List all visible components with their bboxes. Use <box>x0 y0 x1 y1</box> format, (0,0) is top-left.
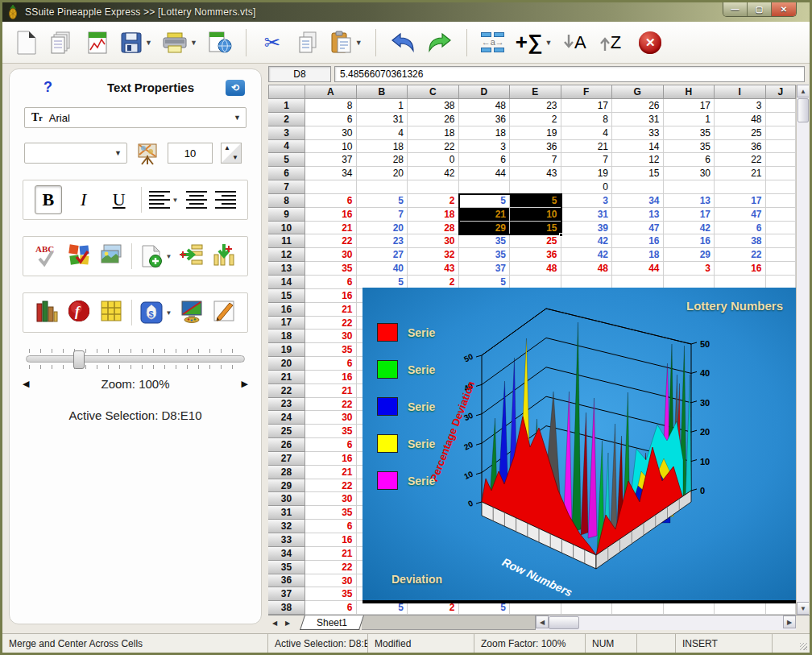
cell-F5[interactable]: 7 <box>561 153 613 167</box>
cell-D7[interactable] <box>459 180 511 194</box>
column-header[interactable]: F <box>561 85 613 99</box>
copy-pages-button[interactable] <box>46 26 78 60</box>
cell-A10[interactable]: 21 <box>305 222 357 235</box>
row-header[interactable]: 27 <box>268 452 305 466</box>
underline-button[interactable]: U <box>106 185 133 214</box>
stepper-down-icon[interactable]: ▼ <box>232 155 238 161</box>
cell-I9[interactable]: 47 <box>715 208 766 222</box>
exit-button[interactable]: ✕ <box>634 26 666 60</box>
cell-A13[interactable]: 35 <box>305 262 357 276</box>
tab-scroll-right-icon[interactable]: ▶ <box>281 616 294 630</box>
tab-scroll-left-icon[interactable]: ◀ <box>268 616 281 630</box>
cell-G12[interactable]: 18 <box>612 248 664 262</box>
cell-A37[interactable]: 35 <box>305 587 357 601</box>
cell-B10[interactable]: 20 <box>357 222 408 235</box>
cell-E12[interactable]: 36 <box>510 248 561 262</box>
cell-J1[interactable] <box>766 99 797 113</box>
row-header[interactable]: 18 <box>268 330 305 343</box>
title-bar[interactable]: SSuite Pineapple Express >> [Lottery Nom… <box>2 2 810 22</box>
save-dropdown-arrow[interactable]: ▼ <box>145 39 152 47</box>
cell-H5[interactable]: 6 <box>664 153 715 167</box>
zoom-out-arrow-icon[interactable]: ◀ <box>23 379 29 389</box>
grid-corner[interactable] <box>268 85 305 99</box>
cell-I7[interactable] <box>715 180 766 194</box>
cell-J5[interactable] <box>766 153 797 167</box>
cell-A23[interactable]: 22 <box>305 398 357 412</box>
cell-J2[interactable] <box>766 113 797 126</box>
row-header[interactable]: 29 <box>268 479 305 493</box>
row-header[interactable]: 9 <box>268 208 305 222</box>
cell-A16[interactable]: 21 <box>305 303 357 317</box>
row-header[interactable]: 21 <box>268 371 305 384</box>
cell-I11[interactable]: 38 <box>715 234 766 248</box>
row-header[interactable]: 8 <box>268 194 305 208</box>
vertical-scrollbar[interactable]: ▲ ▼ <box>796 85 809 615</box>
cell-A5[interactable]: 37 <box>305 153 357 167</box>
cell-A33[interactable]: 16 <box>305 533 357 547</box>
cell-G13[interactable]: 44 <box>612 262 664 276</box>
paste-button[interactable]: ▼ <box>327 26 366 60</box>
scroll-up-icon[interactable]: ▲ <box>797 85 809 97</box>
lottery-chart[interactable]: 0010102020303040405050 Percentage Deviat… <box>362 288 796 603</box>
row-header[interactable]: 5 <box>268 153 305 167</box>
cell-F6[interactable]: 19 <box>561 167 613 180</box>
column-header[interactable]: B <box>357 85 408 99</box>
cell-E7[interactable] <box>510 180 561 194</box>
scroll-left-icon[interactable]: ◀ <box>536 616 549 628</box>
open-document-button[interactable] <box>81 26 114 60</box>
zoom-slider[interactable] <box>26 349 245 369</box>
cell-I3[interactable]: 25 <box>715 126 766 140</box>
row-header[interactable]: 26 <box>268 438 305 452</box>
cell-A7[interactable] <box>305 180 357 194</box>
cell-E11[interactable]: 25 <box>510 234 561 248</box>
cell-C5[interactable]: 0 <box>408 153 459 167</box>
cell-C10[interactable]: 28 <box>408 222 459 235</box>
bold-button[interactable]: B <box>35 185 62 214</box>
row-header[interactable]: 34 <box>268 547 305 561</box>
cell-J4[interactable] <box>766 140 797 154</box>
cell-H9[interactable]: 17 <box>664 208 715 222</box>
close-button[interactable]: ✕ <box>772 2 796 16</box>
row-header[interactable]: 24 <box>268 411 305 425</box>
cell-A20[interactable]: 6 <box>305 357 357 371</box>
save-button[interactable]: ▼ <box>117 26 155 60</box>
insert-image-button[interactable] <box>99 243 123 270</box>
draw-button[interactable] <box>212 299 236 326</box>
cell-C2[interactable]: 26 <box>408 113 459 126</box>
cell-B6[interactable]: 20 <box>357 167 408 180</box>
row-header[interactable]: 12 <box>268 248 305 262</box>
row-header[interactable]: 19 <box>268 343 305 357</box>
cell-C4[interactable]: 22 <box>408 140 459 154</box>
cell-reference-box[interactable]: D8 <box>268 66 331 82</box>
column-header[interactable]: D <box>459 85 511 99</box>
cell-A21[interactable]: 16 <box>305 371 357 384</box>
font-family-select[interactable]: Tr Arial ▼ <box>24 107 246 128</box>
row-header[interactable]: 30 <box>268 492 305 506</box>
cell-B9[interactable]: 7 <box>357 208 408 222</box>
cell-G11[interactable]: 16 <box>612 234 664 248</box>
cell-A28[interactable]: 21 <box>305 466 357 479</box>
cut-button[interactable]: ✂ <box>256 26 288 60</box>
cell-A8[interactable]: 6 <box>305 194 357 208</box>
cell-E10[interactable]: 15 <box>510 222 561 235</box>
cell-F12[interactable]: 42 <box>561 248 613 262</box>
font-size-input[interactable]: 10 <box>168 143 213 164</box>
cell-D6[interactable]: 44 <box>459 167 511 180</box>
cell-H8[interactable]: 13 <box>664 194 715 208</box>
collapse-panel-icon[interactable]: ⟲ <box>226 80 245 96</box>
cell-C3[interactable]: 18 <box>408 126 459 140</box>
cell-H2[interactable]: 1 <box>664 113 715 126</box>
cell-D5[interactable]: 6 <box>459 153 511 167</box>
formula-input[interactable]: 5.48566070361326 <box>334 66 805 82</box>
cell-G1[interactable]: 26 <box>612 99 664 113</box>
cell-F1[interactable]: 17 <box>561 99 613 113</box>
cell-A38[interactable]: 6 <box>305 601 357 615</box>
row-header[interactable]: 36 <box>268 574 305 588</box>
row-header[interactable]: 20 <box>268 357 305 371</box>
cell-A29[interactable]: 22 <box>305 479 357 493</box>
cell-J7[interactable] <box>766 180 797 194</box>
cell-F8[interactable]: 3 <box>561 194 613 208</box>
cell-G9[interactable]: 13 <box>612 208 664 222</box>
cell-F10[interactable]: 39 <box>561 222 613 235</box>
row-header[interactable]: 22 <box>268 384 305 398</box>
